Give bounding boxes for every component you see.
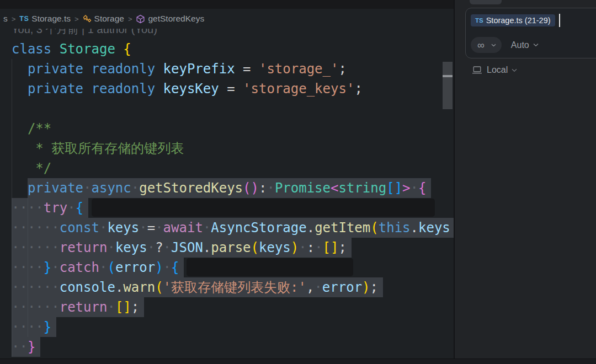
code-token: [: [323, 240, 331, 255]
code-token: ·: [35, 319, 43, 335]
code-line[interactable]: private readonly keyPrefix = 'storage_';: [0, 59, 454, 79]
code-line[interactable]: private·async·getStoredKeys():·Promise<s…: [0, 178, 454, 198]
code-token: .: [203, 240, 211, 255]
code-token: (: [107, 260, 115, 275]
code-token: .: [411, 220, 418, 235]
chat-panel: TS Storage.ts (21-29) ∞ Auto: [454, 0, 596, 364]
code-token: ·: [35, 260, 43, 275]
code-token: ·: [44, 240, 51, 255]
code-token: ·: [314, 280, 322, 295]
code-token: readonly: [92, 59, 156, 79]
code-token: readonly: [92, 79, 156, 99]
code-line[interactable]: /**: [0, 119, 454, 138]
code-token: ·: [51, 220, 59, 235]
code-token: return: [60, 299, 108, 315]
agent-mode-selector[interactable]: ∞: [471, 37, 502, 53]
code-token: const: [60, 220, 99, 235]
code-token: catch: [60, 260, 99, 275]
masked-region: [187, 258, 353, 276]
code-line[interactable]: ······return·[];: [0, 297, 454, 317]
breadcrumb-label: s: [3, 14, 8, 24]
code-editor[interactable]: You, 3 个月前 | 1 author (You)class Storage…: [0, 0, 454, 364]
code-token: ;: [339, 240, 347, 255]
code-token: ·: [12, 220, 19, 235]
breadcrumb-folder[interactable]: s: [3, 14, 8, 24]
code-token: ·: [35, 200, 43, 216]
code-token: private: [28, 79, 83, 99]
code-token: getItem: [315, 220, 370, 235]
code-token: ·: [131, 180, 139, 196]
chevron-down-icon: [512, 68, 522, 72]
code-token: }: [44, 260, 51, 275]
code-token: */: [12, 158, 51, 178]
code-token: ): [251, 180, 259, 196]
code-line[interactable]: ······const·keys·=·await·AsyncStorage.ge…: [0, 218, 454, 238]
code-token: (: [251, 240, 259, 255]
code-token: ,: [306, 280, 314, 295]
code-token: ]: [331, 240, 338, 255]
breadcrumb-file[interactable]: TS Storage.ts: [19, 14, 71, 24]
code-token: ·: [315, 240, 322, 255]
code-token: .: [307, 220, 315, 235]
scrollbar-thumb[interactable]: [443, 62, 453, 109]
selection-highlight: ····try·{: [12, 198, 88, 218]
code-token: ·: [12, 319, 19, 335]
breadcrumb-label: getStoredKeys: [148, 14, 204, 24]
symbol-method-cube-icon: [136, 14, 145, 24]
code-token: ·: [19, 299, 27, 315]
code-line[interactable]: private readonly keysKey = 'storage_keys…: [0, 79, 454, 99]
code-token: ·: [28, 260, 35, 275]
code-line[interactable]: */: [0, 158, 454, 178]
code-line[interactable]: ····}: [0, 317, 454, 337]
breadcrumb-label: Storage: [94, 14, 124, 24]
code-token: getStoredKeys: [139, 180, 243, 196]
code-token: ;: [131, 299, 139, 315]
code-token: ·: [19, 240, 27, 255]
code-token: .: [115, 280, 123, 295]
code-line[interactable]: class Storage {: [0, 39, 454, 59]
typescript-icon: TS: [19, 15, 29, 23]
code-token: ?: [155, 240, 163, 255]
code-token: try: [44, 200, 67, 216]
indent-guide: [28, 198, 28, 337]
code-area[interactable]: You, 3 个月前 | 1 author (You)class Storage…: [0, 19, 454, 357]
breadcrumb-class[interactable]: Storage: [83, 14, 124, 24]
code-token: ·: [28, 299, 35, 315]
code-line[interactable]: ······console.warn('获取存储键列表失败:',·error);: [0, 277, 454, 297]
code-line[interactable]: ······return·keys·?·JSON.parse(keys)·:·[…: [0, 238, 454, 258]
breadcrumb-method[interactable]: getStoredKeys: [136, 14, 204, 24]
code-token: [12, 59, 28, 79]
environment-label: Local: [487, 65, 508, 75]
code-token: '获取存储键列表失败:': [163, 280, 306, 295]
code-line[interactable]: [0, 99, 454, 119]
code-token: ·: [51, 240, 59, 255]
code-token: ·: [299, 240, 306, 255]
code-token: [: [115, 299, 123, 315]
code-token: ]: [395, 180, 402, 196]
editor-scrollbar[interactable]: [441, 0, 454, 364]
selection-highlight: private·async·getStoredKeys():·Promise<s…: [28, 178, 432, 198]
breadcrumb: s > TS Storage.ts > Storage >: [3, 9, 204, 29]
code-line[interactable]: ··}: [0, 337, 454, 357]
code-token: ·: [107, 299, 115, 315]
code-token: error: [322, 280, 362, 295]
context-chip[interactable]: TS Storage.ts (21-29): [471, 14, 555, 26]
panel-top-button[interactable]: [470, 0, 502, 4]
code-line[interactable]: * 获取所有存储的键列表: [0, 138, 454, 158]
code-token: (: [370, 220, 378, 235]
code-token: ·: [35, 280, 43, 295]
code-token: 'storage_keys': [243, 79, 354, 99]
code-token: ·: [28, 200, 35, 216]
code-token: ·: [83, 180, 91, 196]
code-token: ·: [51, 299, 59, 315]
ide-screen: You, 3 个月前 | 1 author (You)class Storage…: [0, 0, 596, 364]
code-token: await: [163, 220, 203, 235]
chat-composer[interactable]: TS Storage.ts (21-29) ∞ Auto: [465, 8, 596, 58]
text-cursor: [559, 14, 560, 27]
breadcrumb-separator: >: [12, 15, 16, 23]
model-label: Auto: [511, 40, 529, 50]
environment-selector[interactable]: Local: [472, 65, 522, 75]
model-selector[interactable]: Auto: [511, 40, 539, 50]
code-token: class: [12, 39, 51, 59]
code-token: ·: [12, 200, 19, 216]
